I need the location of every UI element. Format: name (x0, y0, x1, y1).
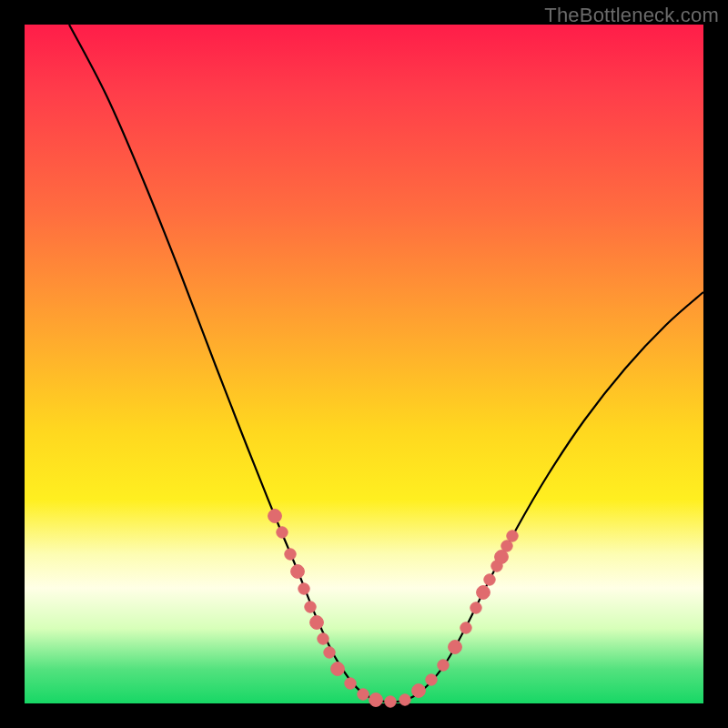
marker-dot (345, 678, 356, 689)
marker-dot (324, 647, 335, 658)
plot-area (25, 25, 703, 703)
marker-dot (426, 674, 437, 685)
marker-dot (285, 549, 296, 560)
marker-dot (291, 565, 305, 579)
marker-dot (449, 641, 462, 654)
marker-dot (412, 684, 426, 698)
marker-dot (310, 616, 324, 630)
marker-dot (399, 694, 410, 705)
marker-dot (305, 602, 316, 612)
marker-dot (507, 531, 518, 541)
marker-dot (318, 633, 329, 644)
marker-group (268, 510, 519, 708)
bottleneck-curve (69, 25, 703, 703)
marker-dot (495, 551, 509, 564)
curve-layer (25, 25, 703, 703)
marker-dot (484, 574, 495, 585)
marker-dot (470, 602, 481, 613)
marker-dot (369, 693, 383, 707)
marker-dot (358, 689, 369, 700)
marker-dot (277, 527, 288, 538)
marker-dot (477, 586, 490, 600)
marker-dot (268, 510, 282, 523)
marker-dot (298, 583, 309, 594)
marker-dot (385, 696, 396, 707)
marker-dot (501, 541, 512, 551)
watermark-text: TheBottleneck.com (544, 4, 719, 27)
marker-dot (438, 660, 449, 671)
chart-frame: TheBottleneck.com (0, 0, 728, 728)
marker-dot (460, 622, 471, 633)
marker-dot (331, 662, 345, 676)
